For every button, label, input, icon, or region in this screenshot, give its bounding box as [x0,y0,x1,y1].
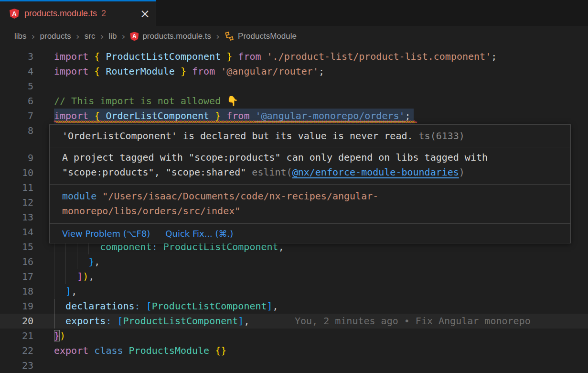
code-line[interactable]: 4import { RouterModule } from '@angular/… [0,64,588,79]
code-line[interactable]: 16 }, [0,254,588,269]
token-b1: { [94,66,100,77]
token-fg [140,300,146,312]
diagnostic-hover-popup: 'OrderListComponent' is declared but its… [49,124,571,243]
token-fg [54,285,65,297]
line-number[interactable]: 7 [0,109,54,123]
eslint-diagnostic: A project tagged with "scope:products" c… [50,147,570,184]
line-number[interactable]: 4 [0,64,54,79]
token-b3: [ [146,300,152,312]
token-b1: {} [215,345,226,356]
ts-diagnostic-source: ts(6133) [419,130,465,142]
line-number[interactable]: 8 [0,123,54,138]
token-cls: : [106,315,111,327]
token-fg: , [71,285,77,297]
line-number[interactable]: 21 [0,329,54,343]
breadcrumb-item-src[interactable]: src [85,32,96,41]
token-b3: } [88,256,94,267]
token-fg [54,315,65,327]
line-number[interactable]: 19 [0,299,54,314]
code-line[interactable]: 5 [0,79,588,94]
token-fg [209,345,215,356]
token-teal: ProductsModule [129,345,210,356]
token-fg [221,51,226,62]
token-kw: from [238,51,261,62]
problem-count-badge: 2 [101,9,106,19]
token-b2: ] [77,271,83,282]
token-blue: declarations [65,300,135,312]
line-number[interactable]: 10 [0,165,54,180]
token-str: '@angular/router' [221,66,319,77]
breadcrumb-item-libs[interactable]: libs [14,32,27,41]
code-text: // This import is not allowed 👇 [54,94,238,109]
chevron-right-icon: › [216,32,220,41]
token-b1: } [181,66,186,77]
close-icon[interactable]: × [140,8,150,20]
line-number[interactable]: 3 [0,49,54,64]
line-number[interactable]: 14 [0,225,54,240]
code-line[interactable]: 21}) [0,329,588,343]
line-number[interactable]: 13 [0,210,54,225]
module-info: module "/Users/isaac/Documents/code/nx-r… [50,184,570,223]
code-text: }, [54,254,100,269]
token-fg: , [94,256,100,267]
token-fg [100,66,106,77]
token-fg [88,51,94,62]
code-line[interactable]: 18 ], [0,284,588,299]
breadcrumb-item-lib[interactable]: lib [108,32,117,41]
ts-diagnostic: 'OrderListComponent' is declared but its… [50,125,570,147]
code-line[interactable]: 6// This import is not allowed 👇 [0,94,588,109]
chevron-right-icon: › [121,32,125,41]
token-fg [54,300,65,312]
breadcrumb-item-symbol[interactable]: ProductsModule [225,32,297,41]
line-number[interactable]: 17 [0,269,54,284]
line-number[interactable]: 18 [0,284,54,299]
line-number[interactable]: 6 [0,94,54,109]
token-fg: ; [491,51,497,62]
line-number[interactable]: 20 [0,314,54,329]
token-fg [186,66,192,77]
quick-fix-link[interactable]: Quick Fix... (⌘.) [165,229,233,239]
line-number[interactable]: 15 [0,240,54,254]
code-line[interactable]: 3import { ProductListComponent } from '.… [0,49,588,64]
code-line[interactable]: 23 [0,358,588,373]
token-fg [54,256,88,267]
chevron-right-icon: › [100,32,104,41]
code-line[interactable]: 20 exports: [ProductListComponent],You, … [0,314,588,329]
token-kw: import [54,51,88,62]
code-line[interactable]: 22export class ProductsModule {} [0,343,588,358]
token-fg: , [273,300,278,312]
code-text: ], [54,284,77,299]
line-number[interactable]: 9 [0,151,54,165]
code-text: import { ProductListComponent } from './… [54,49,497,64]
tab-products-module[interactable]: A products.module.ts 2 × [0,0,156,26]
token-fg [88,66,94,77]
token-fg [54,271,77,282]
angular-file-icon: A [10,9,19,19]
line-number[interactable]: 5 [0,79,54,94]
angular-file-icon: A [130,32,139,41]
line-number[interactable]: 22 [0,343,54,358]
line-number[interactable]: 23 [0,358,54,373]
breadcrumb-item-file[interactable]: A products.module.ts [130,32,211,41]
view-problem-link[interactable]: View Problem (⌥F8) [62,229,150,239]
token-fg: ; [319,66,324,77]
token-b3: [ [117,315,123,327]
line-number[interactable]: 12 [0,195,54,210]
error-squiggle [54,120,414,124]
breadcrumb-item-products[interactable]: products [40,32,71,41]
tab-bar: A products.module.ts 2 × [0,0,588,26]
token-cls: class [94,345,123,356]
line-number[interactable]: 16 [0,254,54,269]
token-fg [261,51,267,62]
token-str: './product-list/product-list.component' [267,51,492,62]
code-text: ]), [54,269,94,284]
eslint-rule-link[interactable]: @nx/enforce-module-boundaries [292,166,459,178]
code-line[interactable]: 19 declarations: [ProductListComponent], [0,299,588,314]
token-fg: , [244,315,249,327]
code-line[interactable]: 7import { OrderListComponent } from '@an… [0,109,588,123]
symbol-class-icon [225,32,234,41]
token-kw: export [54,345,88,356]
code-line[interactable]: 17 ]), [0,269,588,284]
token-b3: ] [238,315,244,327]
line-number[interactable]: 11 [0,180,54,195]
